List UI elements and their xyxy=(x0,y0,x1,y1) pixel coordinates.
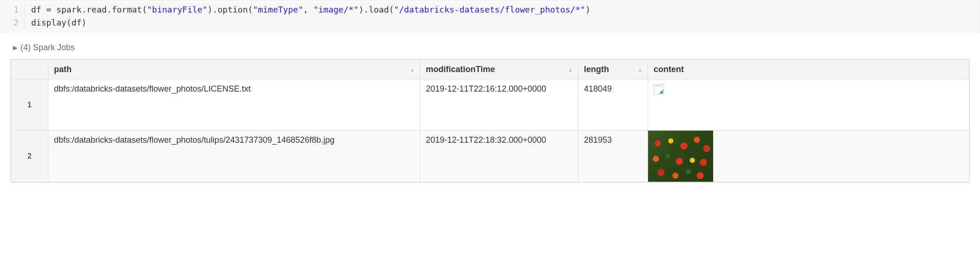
spark-jobs-label: (4) Spark Jobs xyxy=(20,43,75,53)
row-index: 1 xyxy=(11,79,48,131)
cell-modificationTime: 2019-12-11T22:16:12.000+0000 xyxy=(420,79,578,131)
line-number: 1 xyxy=(0,3,19,16)
broken-image-icon xyxy=(654,84,664,94)
column-header-length[interactable]: length ▲ xyxy=(578,60,648,79)
code-line-gutter: 1 2 xyxy=(0,3,25,29)
spark-jobs-expander[interactable]: ▶ (4) Spark Jobs xyxy=(13,43,980,53)
column-header-label: modificationTime xyxy=(426,65,495,74)
code-text[interactable]: df = spark.read.format("binaryFile").opt… xyxy=(25,3,980,29)
cell-path: dbfs:/databricks-datasets/flower_photos/… xyxy=(48,131,420,182)
cell-length: 281953 xyxy=(578,131,648,182)
line-number: 2 xyxy=(0,16,19,29)
table-row[interactable]: 1 dbfs:/databricks-datasets/flower_photo… xyxy=(11,79,969,131)
caret-right-icon: ▶ xyxy=(13,44,18,51)
column-header-label: length xyxy=(584,65,609,74)
cell-content xyxy=(648,131,969,182)
column-header-content[interactable]: content xyxy=(648,60,969,79)
image-thumbnail xyxy=(648,131,713,182)
cell-content xyxy=(648,79,969,131)
code-cell[interactable]: 1 2 df = spark.read.format("binaryFile")… xyxy=(0,0,980,33)
cell-modificationTime: 2019-12-11T22:18:32.000+0000 xyxy=(420,131,578,182)
column-header-path[interactable]: path ▲ xyxy=(48,60,420,79)
sort-icon[interactable]: ▲ xyxy=(410,66,415,73)
sort-icon[interactable]: ▲ xyxy=(568,66,573,73)
cell-length: 418049 xyxy=(578,79,648,131)
row-index: 2 xyxy=(11,131,48,182)
row-index-header[interactable] xyxy=(11,60,48,79)
table-row[interactable]: 2 dbfs:/databricks-datasets/flower_photo… xyxy=(11,131,969,182)
cell-path: dbfs:/databricks-datasets/flower_photos/… xyxy=(48,79,420,131)
column-header-label: path xyxy=(54,65,72,74)
column-header-label: content xyxy=(654,65,684,74)
sort-icon[interactable]: ▲ xyxy=(637,66,643,73)
result-table: path ▲ modificationTime ▲ length ▲ conte… xyxy=(10,59,970,183)
column-header-modificationTime[interactable]: modificationTime ▲ xyxy=(420,60,578,79)
